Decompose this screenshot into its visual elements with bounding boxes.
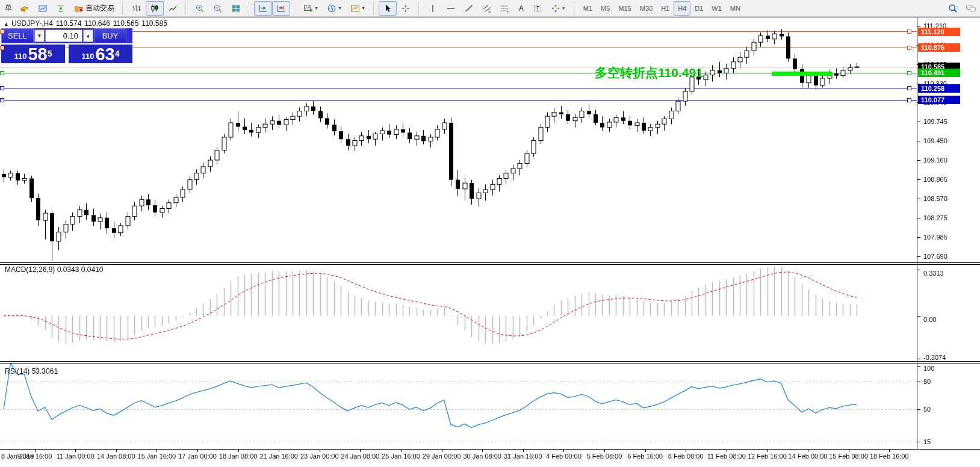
tf-h1-button[interactable]: H1 (657, 1, 674, 16)
time-axis[interactable]: 8 Jan 20199 Jan 16:0011 Jan 00:0014 Jan … (0, 450, 917, 466)
line-handle-left-110.258[interactable] (0, 86, 4, 90)
rsi-axis-label: 80 (923, 378, 931, 385)
toolbar-separator (574, 2, 577, 15)
buy-price-figure: 110 (81, 51, 94, 62)
chat-icon[interactable] (962, 1, 980, 16)
price-axis-label: 109.160 (923, 156, 947, 164)
price-chart-canvas[interactable] (0, 17, 980, 467)
cursor-icon[interactable] (379, 1, 397, 16)
chart-window: 多空转折点110.491 ▲USDJPY-,H4110.574110.64611… (0, 17, 980, 467)
volume-increase-button[interactable]: ▲ (83, 29, 93, 42)
signals-icon[interactable] (52, 1, 70, 16)
line-handle-right-110.491[interactable] (907, 71, 911, 75)
time-axis-label: 11 Feb 08:00 (707, 453, 746, 460)
market-watch-glyph (38, 4, 48, 13)
zoom-in-icon[interactable] (191, 1, 209, 16)
price-axis[interactable]: 111.210110.920110.625110.330110.040109.7… (917, 17, 980, 467)
candlestick-chart-icon[interactable] (146, 1, 164, 16)
tf-mn-button[interactable]: MN (726, 1, 745, 16)
vertical-line-glyph (428, 4, 438, 13)
horizontal-line-glyph (446, 4, 456, 13)
tf-m5-button[interactable]: M5 (597, 1, 614, 16)
tile-windows-icon[interactable] (227, 1, 245, 16)
time-axis-label: 31 Jan 16:00 (504, 453, 542, 460)
zoom-out-icon[interactable] (209, 1, 227, 16)
toolbar: 单自动交易▼▼▼EFAT▼M1M5M15M30H1H4D1W1MN (0, 0, 980, 17)
toolbar-separator (294, 2, 297, 15)
time-axis-label: 11 Jan 00:00 (57, 453, 95, 460)
line-chart-icon[interactable] (164, 1, 182, 16)
rsi-axis-label: 100 (923, 365, 934, 372)
svg-text:T: T (536, 5, 539, 11)
periods-glyph (327, 4, 336, 13)
tf-d1-button[interactable]: D1 (690, 1, 707, 16)
volume-decrease-button[interactable]: ▼ (34, 29, 45, 42)
support-trend-segment[interactable] (772, 72, 831, 76)
tf-m30-label: M30 (640, 5, 653, 12)
chart-annotation-text[interactable]: 多空转折点110.491 (595, 64, 703, 81)
tf-m5-label: M5 (601, 5, 610, 12)
time-axis-label: 15 Feb 08:00 (829, 453, 868, 460)
price-level-badge: 111.120 (918, 28, 960, 36)
text-label-icon[interactable]: T (529, 1, 547, 16)
time-axis-label: 4 Feb 00:00 (546, 453, 581, 460)
volume-input[interactable]: 0.10 (45, 29, 82, 42)
line-handle-right-111.120[interactable] (907, 29, 911, 34)
crosshair-icon[interactable] (397, 1, 415, 16)
line-handle-left-110.491[interactable] (0, 71, 4, 75)
price-level-badge: 110.077 (918, 96, 960, 104)
fibonacci-icon[interactable]: F (496, 1, 514, 16)
buy-button[interactable]: BUY (94, 28, 126, 43)
sell-button[interactable]: SELL (1, 28, 34, 43)
new-order-button[interactable]: 单 (1, 1, 16, 16)
line-handle-right-110.077[interactable] (907, 98, 911, 102)
horizontal-line-icon[interactable] (442, 1, 460, 16)
line-handle-right-110.876[interactable] (907, 46, 911, 50)
buy-price-display[interactable]: 110 63 4 (69, 45, 132, 63)
collapse-panel-arrow[interactable]: ▲ (4, 21, 9, 27)
sell-price-display[interactable]: 110 58 5 (1, 45, 65, 63)
tf-m1-button[interactable]: M1 (579, 1, 597, 16)
rsi-axis-label: 15 (923, 438, 931, 445)
line-handle-left-111.120[interactable] (0, 29, 4, 34)
line-handle-right-110.258[interactable] (907, 86, 911, 90)
new-chart-icon[interactable]: ▼ (299, 1, 323, 16)
arrows-icon[interactable]: ▼ (547, 1, 570, 16)
autotrading-icon[interactable]: 自动交易 (70, 1, 119, 16)
line-handle-left-110.876[interactable] (0, 46, 4, 50)
price-axis-label: 108.865 (923, 176, 947, 183)
equidistant-channel-icon[interactable]: E (478, 1, 496, 16)
macd-axis-label: 0.3313 (923, 270, 944, 277)
market-watch-icon[interactable] (34, 1, 52, 16)
candlestick-chart-glyph (150, 4, 160, 13)
close-value: 110.585 (141, 19, 167, 28)
auto-scroll-icon[interactable] (254, 1, 272, 16)
tf-w1-label: W1 (712, 5, 722, 12)
search-icon[interactable] (944, 1, 962, 16)
tf-h4-button[interactable]: H4 (674, 1, 690, 16)
tf-w1-button[interactable]: W1 (707, 1, 726, 16)
tf-m30-button[interactable]: M30 (636, 1, 657, 16)
buy-price-point: 4 (115, 45, 120, 63)
tf-h4-label: H4 (678, 5, 686, 12)
templates-glyph (350, 4, 360, 13)
macd-axis-label: -0.3074 (923, 354, 946, 361)
bar-chart-icon[interactable] (128, 1, 146, 16)
toolbar-separator (122, 2, 125, 15)
templates-icon[interactable]: ▼ (346, 1, 370, 16)
one-click-trading-panel: SELL ▼ 0.10 ▲ BUY 110 58 5 110 63 4 (1, 28, 132, 63)
vertical-line-icon[interactable] (424, 1, 442, 16)
text-button[interactable]: A (514, 1, 529, 16)
time-axis-label: 18 Feb 16:00 (870, 453, 909, 460)
chart-shift-glyph (276, 4, 286, 13)
chart-shift-icon[interactable] (272, 1, 290, 16)
zoom-in-glyph (195, 4, 205, 13)
tf-m15-button[interactable]: M15 (614, 1, 635, 16)
line-handle-left-110.077[interactable] (0, 98, 4, 102)
metaeditor-icon[interactable] (16, 1, 34, 16)
trendline-icon[interactable] (460, 1, 478, 16)
time-axis-label: 14 Jan 08:00 (97, 453, 135, 460)
periods-icon[interactable]: ▼ (323, 1, 346, 16)
ohlc-info-line: ▲USDJPY-,H4110.574110.646110.565110.585 (4, 19, 170, 28)
sell-price-pips: 58 (28, 46, 47, 62)
